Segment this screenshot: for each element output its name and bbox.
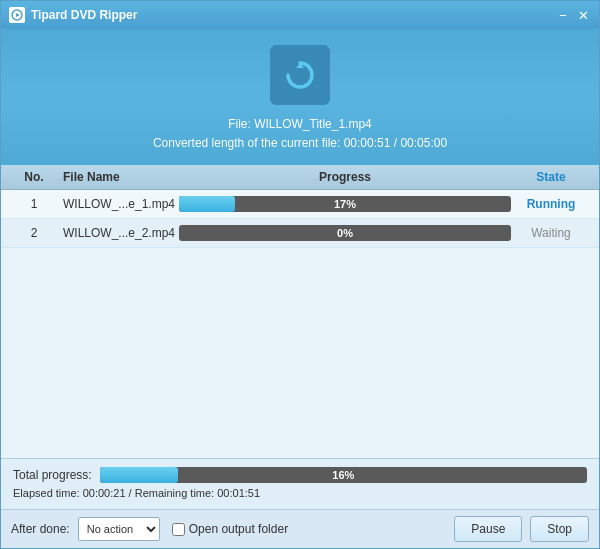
after-done-select[interactable]: No actionShut downHibernateExit <box>78 517 160 541</box>
row-progress: 17% <box>179 196 511 212</box>
top-area: File: WILLOW_Title_1.mp4 Converted lengt… <box>1 29 599 165</box>
main-window: Tipard DVD Ripper − ✕ File: WILLOW_Title… <box>0 0 600 549</box>
row-filename: WILLOW_...e_2.mp4 <box>59 226 179 240</box>
progress-label: 17% <box>179 198 511 210</box>
after-done-label: After done: <box>11 522 70 536</box>
header-no: No. <box>9 170 59 184</box>
bottom-area: Total progress: 16% Elapsed time: 00:00:… <box>1 458 599 509</box>
file-name: File: WILLOW_Title_1.mp4 <box>153 115 447 134</box>
table-body: 1 WILLOW_...e_1.mp4 17% Running 2 WILLOW… <box>1 190 599 458</box>
progress-bar-container: 0% <box>179 225 511 241</box>
row-no: 1 <box>9 197 59 211</box>
table-row: 1 WILLOW_...e_1.mp4 17% Running <box>1 190 599 219</box>
spinner-icon <box>270 45 330 105</box>
app-icon <box>9 7 25 23</box>
table-row: 2 WILLOW_...e_2.mp4 0% Waiting <box>1 219 599 248</box>
row-state: Waiting <box>511 226 591 240</box>
svg-marker-1 <box>16 13 20 17</box>
progress-bar-container: 17% <box>179 196 511 212</box>
total-progress-row: Total progress: 16% <box>13 467 587 483</box>
row-filename: WILLOW_...e_1.mp4 <box>59 197 179 211</box>
converted-length: Converted length of the current file: 00… <box>153 134 447 153</box>
header-filename: File Name <box>59 170 179 184</box>
row-no: 2 <box>9 226 59 240</box>
time-info: Elapsed time: 00:00:21 / Remaining time:… <box>13 487 587 499</box>
total-progress-label: Total progress: <box>13 468 92 482</box>
title-bar: Tipard DVD Ripper − ✕ <box>1 1 599 29</box>
window-title: Tipard DVD Ripper <box>31 8 555 22</box>
row-progress: 0% <box>179 225 511 241</box>
header-state: State <box>511 170 591 184</box>
pause-button[interactable]: Pause <box>454 516 522 542</box>
window-controls: − ✕ <box>555 7 591 23</box>
open-output-label: Open output folder <box>189 522 288 536</box>
total-progress-percent: 16% <box>100 469 587 481</box>
stop-button[interactable]: Stop <box>530 516 589 542</box>
table-header: No. File Name Progress State <box>1 165 599 190</box>
close-button[interactable]: ✕ <box>575 7 591 23</box>
minimize-button[interactable]: − <box>555 7 571 23</box>
main-area: No. File Name Progress State 1 WILLOW_..… <box>1 165 599 458</box>
progress-label: 0% <box>179 227 511 239</box>
header-progress: Progress <box>179 170 511 184</box>
action-bar: After done: No actionShut downHibernateE… <box>1 509 599 548</box>
row-state: Running <box>511 197 591 211</box>
checkbox-area: Open output folder <box>172 522 288 536</box>
total-progress-bar: 16% <box>100 467 587 483</box>
open-output-checkbox[interactable] <box>172 523 185 536</box>
file-info: File: WILLOW_Title_1.mp4 Converted lengt… <box>153 115 447 153</box>
